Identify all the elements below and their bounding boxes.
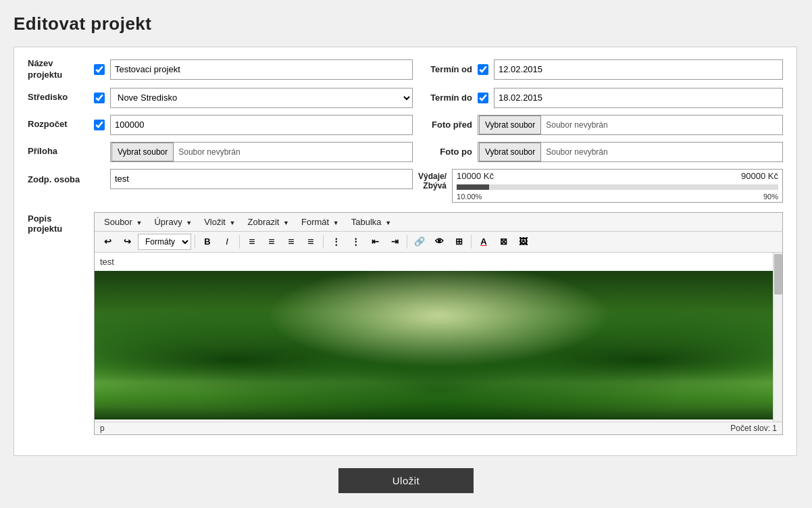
menu-soubor-arrow: ▼ [136, 220, 143, 226]
file-foto-po: Vybrat soubor Soubor nevybrán [478, 142, 783, 162]
tb-remove-format[interactable]: ⊠ [494, 234, 512, 250]
row-stredisko: Středisko Nove Stredisko Termín do [28, 88, 783, 108]
file-foto-pred: Vybrat soubor Soubor nevybrán [478, 115, 783, 135]
editor-statusbar: p Počet slov: 1 [95, 422, 782, 434]
editor-content[interactable]: test [95, 253, 782, 422]
input-zodp[interactable] [110, 169, 413, 189]
tb-align-right[interactable]: ≡ [282, 234, 300, 250]
right-termin-od: Termín od [418, 59, 783, 80]
menu-tabulka-arrow: ▼ [385, 220, 391, 226]
label-foto-po: Foto po [418, 147, 472, 157]
editor-image-inner [95, 271, 782, 420]
row-popis: Popis projektu Soubor ▼ Úpravy ▼ Vložit … [28, 209, 783, 435]
right-foto-po: Foto po Vybrat soubor Soubor nevybrán [418, 142, 783, 162]
priloha-filename: Soubor nevybrán [174, 147, 244, 157]
sep5 [471, 235, 472, 249]
check-termin-do[interactable] [478, 93, 488, 103]
editor-scroll-thumb[interactable] [774, 254, 782, 295]
check-nazev[interactable] [94, 64, 105, 75]
vydaje-box: 10000 Kč 90000 Kč 10.00% 90% [452, 169, 783, 203]
tb-indent-less[interactable]: ⇤ [366, 234, 384, 250]
statusbar-left: p [100, 424, 105, 433]
save-button[interactable]: Uložit [338, 468, 474, 493]
check-stredisko[interactable] [94, 93, 105, 103]
label-foto-pred: Foto před [418, 120, 472, 130]
label-priloha: Příloha [28, 146, 88, 157]
label-nazev: Název projektu [28, 58, 88, 81]
editor-scrollbar[interactable] [773, 253, 782, 422]
btn-priloha[interactable]: Vybrat soubor [111, 143, 174, 161]
menu-format[interactable]: Formát ▼ [296, 215, 345, 229]
label-termin-do: Termín do [418, 93, 472, 103]
vydaje-top: 10000 Kč 90000 Kč [457, 171, 778, 181]
input-termin-od[interactable] [494, 59, 783, 80]
input-rozpocet[interactable] [110, 115, 413, 135]
tb-indent-more[interactable]: ⇥ [386, 234, 403, 250]
menu-soubor[interactable]: Soubor ▼ [99, 215, 147, 229]
vydaje-progress-fill [457, 184, 489, 190]
menu-zobrazit[interactable]: Zobrazit ▼ [243, 215, 295, 229]
menu-tabulka[interactable]: Tabulka ▼ [346, 215, 397, 229]
editor-image [95, 271, 782, 420]
input-nazev[interactable] [110, 59, 413, 80]
sep1 [195, 235, 195, 249]
label-vydaje: Výdaje/Zbývá [418, 169, 447, 203]
tb-formats[interactable]: Formáty [138, 234, 191, 250]
tb-italic[interactable]: I [218, 234, 236, 250]
tb-list-ol[interactable]: ⋮ [347, 234, 364, 250]
label-stredisko: Středisko [28, 92, 88, 103]
foto-po-filename: Soubor nevybrán [542, 147, 611, 157]
spacer-zodp [94, 169, 105, 203]
vydaje-spent: 10000 Kč [457, 171, 494, 181]
sep4 [407, 235, 407, 249]
tb-link[interactable]: 🔗 [411, 234, 428, 250]
sep2 [239, 235, 240, 249]
input-termin-do[interactable] [494, 88, 783, 108]
vydaje-bottom: 10.00% 90% [457, 193, 778, 201]
rich-text-editor[interactable]: Soubor ▼ Úpravy ▼ Vložit ▼ Zobrazit ▼ Fo… [94, 212, 783, 435]
label-termin-od: Termín od [418, 64, 472, 74]
tb-font-color[interactable]: A [475, 234, 492, 250]
tb-image[interactable]: 🖼 [514, 234, 532, 250]
save-row: Uložit [14, 468, 798, 493]
tb-redo[interactable]: ↪ [118, 234, 136, 250]
menu-vlozit-arrow: ▼ [230, 220, 236, 226]
row-zodp: Zodp. osoba Výdaje/Zbývá 10000 Kč 90000 … [28, 169, 783, 203]
tb-align-justify[interactable]: ≡ [302, 234, 320, 250]
label-popis: Popis projektu [28, 209, 88, 234]
btn-foto-pred[interactable]: Vybrat soubor [479, 116, 541, 134]
tb-undo[interactable]: ↩ [99, 234, 116, 250]
row-nazev: Název projektu Termín od [28, 58, 783, 81]
tb-bold[interactable]: B [199, 234, 216, 250]
vydaje-progress-bar [457, 184, 778, 190]
form-container: Název projektu Termín od Středisko Nove … [14, 47, 797, 456]
editor-toolbar: ↩ ↪ Formáty B I ≡ ≡ ≡ ≡ ⋮ ⋮ ⇤ [95, 232, 782, 253]
vydaje-pct-used: 10.00% [457, 193, 482, 201]
check-rozpocet[interactable] [94, 120, 105, 130]
right-foto-pred: Foto před Vybrat soubor Soubor nevybrán [418, 115, 783, 135]
menu-upravy[interactable]: Úpravy ▼ [149, 215, 197, 229]
tb-list-ul[interactable]: ⋮ [327, 234, 345, 250]
tb-preview[interactable]: 👁 [430, 234, 448, 250]
tb-table[interactable]: ⊞ [450, 234, 467, 250]
row-priloha: Příloha Vybrat soubor Soubor nevybrán Fo… [28, 142, 783, 162]
tb-align-left[interactable]: ≡ [243, 234, 261, 250]
label-rozpocet: Rozpočet [28, 119, 88, 130]
btn-foto-po[interactable]: Vybrat soubor [479, 143, 541, 161]
sep3 [323, 235, 324, 249]
vydaje-pct-remaining: 90% [763, 193, 778, 201]
menu-zobrazit-arrow: ▼ [283, 220, 289, 226]
right-termin-do: Termín do [418, 88, 783, 108]
page-title: Editovat projekt [14, 14, 798, 34]
editor-menubar: Soubor ▼ Úpravy ▼ Vložit ▼ Zobrazit ▼ Fo… [95, 213, 782, 232]
select-stredisko[interactable]: Nove Stredisko [110, 88, 413, 108]
editor-wrapper: Soubor ▼ Úpravy ▼ Vložit ▼ Zobrazit ▼ Fo… [94, 209, 783, 435]
menu-upravy-arrow: ▼ [186, 220, 192, 226]
menu-vlozit[interactable]: Vložit ▼ [199, 215, 240, 229]
tb-align-center[interactable]: ≡ [263, 234, 280, 250]
check-termin-od[interactable] [478, 64, 488, 75]
file-priloha: Vybrat soubor Soubor nevybrán [110, 142, 413, 162]
menu-format-arrow: ▼ [333, 220, 339, 226]
editor-text-content: test [95, 253, 782, 271]
vydaje-remaining: 90000 Kč [741, 171, 778, 181]
